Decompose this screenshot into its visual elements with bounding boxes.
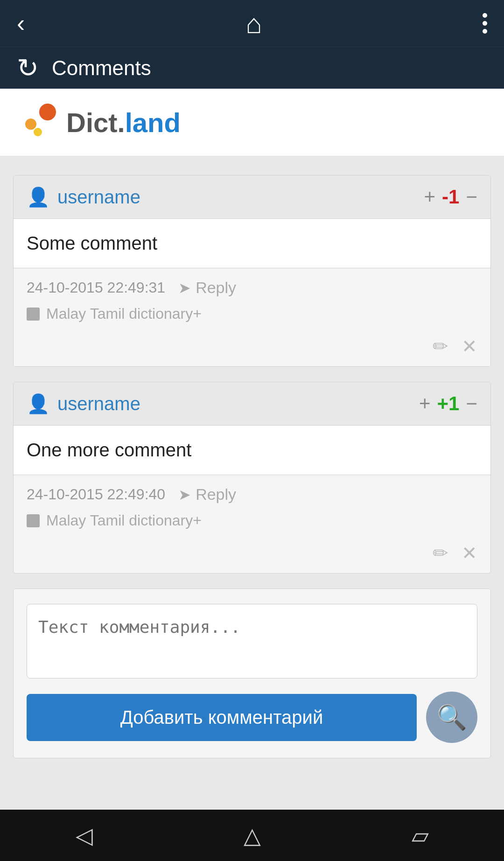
delete-button-1[interactable]: ✕ [462, 336, 477, 357]
dict-icon-1 [27, 308, 40, 321]
comment-header-2: 👤 username + +1 − [14, 382, 490, 426]
comment-text-2: One more comment [27, 440, 191, 460]
edit-button-1[interactable]: ✏ [433, 336, 448, 357]
comment-input[interactable] [27, 604, 477, 679]
comment-actions-1: ✏ ✕ [27, 331, 477, 362]
add-comment-card: Добавить комментарий 🔍 [13, 588, 491, 758]
comment-user-1: 👤 username [27, 186, 140, 208]
page-title: Comments [52, 56, 151, 80]
comment-body-2: One more comment [14, 426, 490, 475]
user-icon-1: 👤 [27, 186, 50, 208]
comment-body-1: Some comment [14, 219, 490, 268]
comment-text-1: Some comment [27, 233, 157, 253]
vote-minus-2[interactable]: − [466, 392, 477, 415]
dict-label-2: Malay Tamil dictionary+ [46, 512, 202, 529]
logo-dot-big [39, 104, 56, 120]
reply-button-1[interactable]: ➤ Reply [178, 279, 236, 297]
subtitle-bar: ↻ Comments [0, 47, 504, 89]
comment-actions-2: ✏ ✕ [27, 538, 477, 568]
logo-area: Dict.land [0, 89, 504, 156]
reply-arrow-icon-1: ➤ [178, 279, 191, 297]
bottom-recent-button[interactable]: ▱ [412, 822, 429, 848]
logo-text: Dict.land [66, 107, 181, 138]
vote-plus-2[interactable]: + [419, 392, 431, 415]
reply-label-1: Reply [196, 279, 236, 297]
comment-footer-1: 24-10-2015 22:49:31 ➤ Reply Malay Tamil … [14, 268, 490, 366]
bottom-home-button[interactable]: △ [244, 822, 261, 848]
user-icon-2: 👤 [27, 393, 50, 415]
dict-label-1: Malay Tamil dictionary+ [46, 305, 202, 322]
home-button[interactable]: ⌂ [245, 8, 262, 39]
main-content: 👤 username + -1 − Some comment 24-10-201… [0, 156, 504, 810]
add-comment-row: Добавить комментарий 🔍 [27, 692, 477, 743]
edit-button-2[interactable]: ✏ [433, 542, 448, 564]
reply-button-2[interactable]: ➤ Reply [178, 485, 236, 504]
vote-minus-1[interactable]: − [466, 186, 477, 208]
delete-button-2[interactable]: ✕ [462, 542, 477, 564]
dict-icon-2 [27, 514, 40, 527]
add-comment-button[interactable]: Добавить комментарий [27, 694, 417, 741]
back-button[interactable]: ‹ [17, 9, 25, 37]
username-2: username [57, 393, 140, 414]
comment-meta-2: 24-10-2015 22:49:40 ➤ Reply [27, 485, 477, 504]
comment-header-1: 👤 username + -1 − [14, 175, 490, 219]
comment-dict-1: Malay Tamil dictionary+ [27, 305, 477, 322]
comment-card-1: 👤 username + -1 − Some comment 24-10-201… [13, 175, 491, 367]
refresh-icon[interactable]: ↻ [17, 53, 39, 83]
comment-meta-1: 24-10-2015 22:49:31 ➤ Reply [27, 279, 477, 297]
vote-controls-2: + +1 − [419, 392, 477, 415]
bottom-back-button[interactable]: ◁ [76, 822, 93, 848]
logo-dot-mid [25, 119, 36, 130]
bottom-nav: ◁ △ ▱ [0, 810, 504, 861]
comment-user-2: 👤 username [27, 393, 140, 415]
comment-footer-2: 24-10-2015 22:49:40 ➤ Reply Malay Tamil … [14, 475, 490, 573]
comment-date-1: 24-10-2015 22:49:31 [27, 279, 165, 296]
comment-date-2: 24-10-2015 22:49:40 [27, 486, 165, 503]
comment-card-2: 👤 username + +1 − One more comment 24-10… [13, 382, 491, 574]
logo-dots [19, 104, 61, 141]
vote-controls-1: + -1 − [424, 186, 477, 208]
search-fab-button[interactable]: 🔍 [426, 692, 477, 743]
vote-plus-1[interactable]: + [424, 186, 436, 208]
search-fab-icon: 🔍 [437, 703, 467, 732]
more-menu-button[interactable] [483, 13, 487, 34]
top-bar: ‹ ⌂ [0, 0, 504, 47]
logo-land: land [125, 107, 181, 138]
logo-dot-small [34, 128, 42, 136]
vote-count-2: +1 [437, 392, 460, 415]
username-1: username [57, 187, 140, 208]
vote-count-1: -1 [442, 186, 459, 208]
reply-label-2: Reply [196, 485, 236, 504]
comment-dict-2: Malay Tamil dictionary+ [27, 512, 477, 529]
reply-arrow-icon-2: ➤ [178, 486, 191, 504]
logo-dict: Dict. [66, 107, 125, 138]
